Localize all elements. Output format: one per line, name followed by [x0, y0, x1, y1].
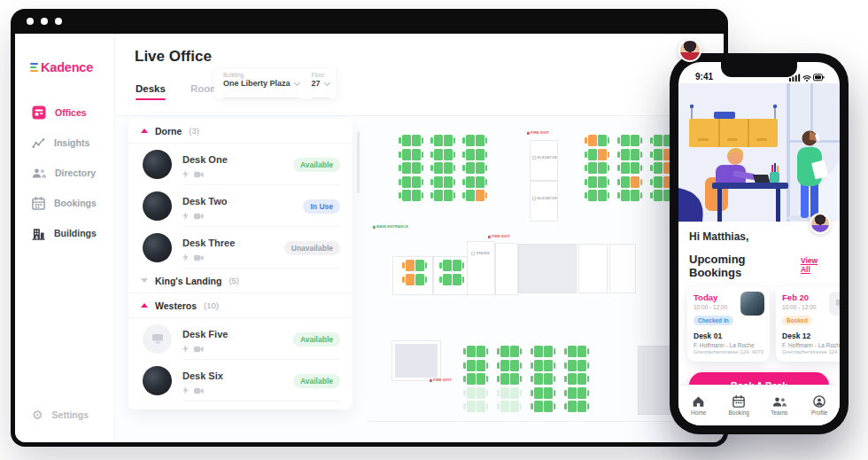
phone-user-avatar[interactable] [810, 213, 831, 234]
floorplan-desk[interactable] [476, 176, 484, 188]
building-select[interactable]: Building One Liberty Plaza [223, 72, 299, 98]
floorplan-desk[interactable] [402, 176, 411, 188]
floorplan-desk[interactable] [510, 360, 519, 371]
desk-row-desk-one[interactable]: Desk One Available [128, 144, 353, 185]
floorplan-desk[interactable] [467, 346, 476, 357]
floorplan-desk[interactable] [598, 149, 607, 160]
sidebar-item-buildings[interactable]: Buildings [15, 218, 114, 248]
floorplan-desk[interactable] [466, 176, 475, 188]
floorplan-desk[interactable] [534, 401, 543, 412]
floorplan-desk[interactable] [631, 190, 639, 201]
floorplan-desk[interactable] [434, 135, 443, 146]
floorplan-desk[interactable] [406, 260, 415, 271]
floorplan-desk[interactable] [444, 176, 453, 188]
floorplan-desk[interactable] [654, 135, 663, 146]
floorplan-desk[interactable] [631, 135, 639, 146]
floorplan-desk[interactable] [467, 360, 476, 371]
tab-desks[interactable]: Desks [136, 83, 166, 100]
desk-row-desk-two[interactable]: Desk Two In Use [128, 185, 353, 227]
floorplan-desk[interactable] [654, 190, 663, 201]
floorplan-desk[interactable] [466, 149, 475, 160]
floorplan-desk[interactable] [598, 135, 607, 146]
floorplan-desk[interactable] [568, 373, 577, 385]
floorplan-desk[interactable] [588, 176, 597, 188]
floorplan-desk[interactable] [621, 190, 630, 201]
sidebar-item-offices[interactable]: Offices [15, 97, 114, 128]
floorplan-desk[interactable] [402, 149, 411, 160]
floorplan-desk[interactable] [500, 346, 509, 357]
floor-select[interactable]: Floor 27 [312, 72, 329, 98]
floorplan-desk[interactable] [621, 135, 630, 146]
floorplan-desk[interactable] [654, 176, 663, 188]
floorplan-desk[interactable] [444, 149, 453, 160]
desk-row-desk-five[interactable]: Desk Five Available [128, 318, 353, 360]
nav-booking[interactable]: Booking [719, 386, 760, 425]
floorplan-desk[interactable] [544, 373, 553, 385]
floorplan-desk[interactable] [544, 387, 553, 399]
sidebar-item-insights[interactable]: Insights [15, 128, 114, 158]
nav-profile[interactable]: Profile [800, 386, 841, 425]
floorplan-desk[interactable] [466, 190, 475, 201]
floorplan-desk[interactable] [443, 274, 452, 285]
floorplan-desk[interactable] [621, 176, 630, 188]
floorplan-desk[interactable] [412, 176, 421, 188]
floorplan-desk[interactable] [477, 373, 485, 385]
booking-card-feb20[interactable]: Feb 20 10:00 - 12:00 Booked Desk 12 F. H… [776, 286, 840, 362]
floorplan-desk[interactable] [477, 346, 485, 357]
floorplan-desk[interactable] [621, 149, 630, 160]
sidebar-item-bookings[interactable]: Bookings [15, 188, 114, 218]
floorplan-desk[interactable] [588, 135, 597, 146]
group-header-dorne[interactable]: Dorne (3) [128, 119, 353, 144]
floorplan-desk[interactable] [631, 162, 639, 174]
floorplan-desk[interactable] [588, 162, 597, 174]
floorplan-desk[interactable] [598, 190, 607, 201]
floorplan-desk[interactable] [588, 190, 597, 201]
floorplan-desk[interactable] [544, 360, 553, 371]
nav-teams[interactable]: Teams [759, 386, 800, 425]
floorplan-desk[interactable] [434, 162, 443, 174]
floorplan-desk[interactable] [588, 149, 597, 160]
floorplan-desk[interactable] [568, 387, 577, 399]
floorplan-desk[interactable] [444, 135, 453, 146]
desk-row-desk-three[interactable]: Desk Three Unavailable [128, 227, 353, 269]
floorplan-desk[interactable] [467, 373, 476, 385]
floorplan-desk[interactable] [544, 401, 553, 412]
floorplan-desk[interactable] [434, 149, 443, 160]
floorplan-desk[interactable] [598, 162, 607, 174]
floorplan-desk[interactable] [577, 373, 586, 385]
floorplan-desk[interactable] [500, 360, 509, 371]
floorplan-desk[interactable] [577, 346, 586, 357]
floorplan-desk[interactable] [544, 346, 553, 357]
user-avatar[interactable] [678, 39, 701, 62]
sidebar-item-settings[interactable]: ⚙ Settings [15, 400, 114, 430]
sidebar-item-directory[interactable]: Directory [15, 158, 114, 188]
floorplan-desk[interactable] [412, 135, 421, 146]
floorplan-desk[interactable] [621, 162, 630, 174]
floorplan-desk[interactable] [412, 162, 421, 174]
floorplan-desk[interactable] [598, 176, 607, 188]
floorplan-desk[interactable] [477, 387, 485, 399]
floorplan-desk[interactable] [453, 260, 461, 271]
floorplan-desk[interactable] [402, 162, 411, 174]
floorplan-desk[interactable] [415, 260, 424, 271]
floorplan-desk[interactable] [534, 360, 543, 371]
floorplan-desk[interactable] [466, 162, 475, 174]
booking-card-today[interactable]: Today 10:00 - 12:00 Checked In Desk 01 F… [687, 286, 770, 362]
floorplan-desk[interactable] [510, 387, 519, 399]
floorplan-desk[interactable] [476, 135, 484, 146]
list-scrollbar[interactable] [357, 131, 360, 193]
floorplan-desk[interactable] [402, 135, 411, 146]
floorplan-desk[interactable] [654, 162, 663, 174]
floorplan-desk[interactable] [443, 260, 452, 271]
floorplan-desk[interactable] [412, 190, 421, 201]
floorplan-desk[interactable] [500, 373, 509, 385]
floorplan-desk[interactable] [444, 162, 453, 174]
floorplan-desk[interactable] [476, 162, 484, 174]
floorplan-desk[interactable] [477, 360, 485, 371]
floorplan-desk[interactable] [577, 360, 586, 371]
floorplan-desk[interactable] [568, 346, 577, 357]
floorplan-desk[interactable] [510, 346, 519, 357]
group-header-westeros[interactable]: Westeros (10) [128, 293, 353, 318]
floorplan-desk[interactable] [434, 190, 443, 201]
floorplan-desk[interactable] [477, 401, 485, 412]
